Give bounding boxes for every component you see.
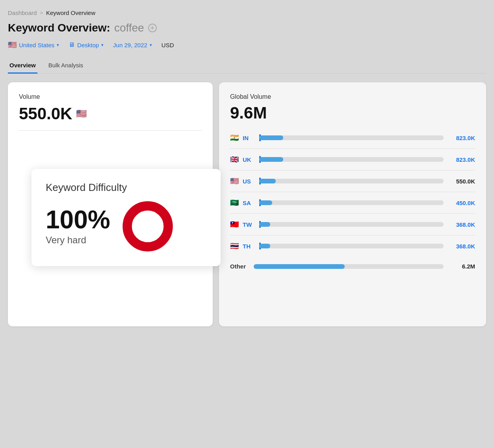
country-flag-icon: 🇺🇸 — [230, 177, 239, 185]
country-code[interactable]: IN — [243, 135, 255, 141]
country-filter[interactable]: 🇺🇸 United States ▾ — [8, 41, 59, 49]
volume-flag: 🇺🇸 — [76, 109, 87, 119]
country-chevron-icon: ▾ — [57, 43, 59, 48]
page-title-keyword: coffee — [114, 22, 144, 34]
tabs-container: Overview Bulk Analysis — [8, 58, 486, 74]
device-monitor-icon: 🖥 — [69, 41, 75, 48]
country-bar — [259, 135, 444, 140]
tab-overview[interactable]: Overview — [8, 58, 37, 74]
kd-popup: Keyword Difficulty 100% Very hard — [32, 169, 221, 266]
country-flag: 🇺🇸 — [8, 41, 17, 49]
bar-fill — [259, 157, 283, 162]
tab-bulk-analysis[interactable]: Bulk Analysis — [47, 58, 85, 74]
bar-fill — [259, 179, 276, 183]
bar-fill — [259, 200, 272, 205]
breadcrumb-separator: > — [40, 10, 43, 16]
country-rows: 🇮🇳 IN 823.0K 🇬🇧 UK 823.0K 🇺🇸 US 550.0K — [230, 133, 475, 257]
kd-value-block: 100% Very hard — [46, 207, 110, 246]
other-label: Other — [230, 263, 250, 270]
volume-number: 550.0K — [19, 104, 72, 123]
country-code[interactable]: UK — [243, 156, 255, 163]
country-volume: 823.0K — [448, 135, 475, 141]
global-volume-card: Global Volume 9.6M 🇮🇳 IN 823.0K 🇬🇧 UK 82… — [219, 82, 486, 326]
country-bar — [259, 200, 444, 205]
other-bar — [254, 264, 444, 269]
country-volume: 450.0K — [448, 200, 475, 206]
breadcrumb-current: Keyword Overview — [46, 9, 95, 16]
global-label: Global Volume — [230, 93, 475, 100]
kd-content: 100% Very hard — [46, 201, 206, 252]
country-flag-icon: 🇮🇳 — [230, 133, 239, 142]
date-label: Jun 29, 2022 — [113, 42, 147, 48]
add-keyword-button[interactable]: + — [148, 24, 157, 32]
volume-card: Volume 550.0K 🇺🇸 Keyword Difficulty 100%… — [8, 82, 213, 326]
device-label: Desktop — [77, 42, 99, 48]
device-filter[interactable]: 🖥 Desktop ▾ — [69, 41, 104, 48]
country-flag-icon: 🇸🇦 — [230, 198, 239, 207]
currency-display: USD — [162, 42, 174, 48]
country-volume: 368.0K — [448, 221, 475, 228]
country-label: United States — [19, 42, 54, 48]
breadcrumb-parent[interactable]: Dashboard — [8, 9, 37, 16]
country-flag-icon: 🇬🇧 — [230, 155, 239, 164]
kd-sublabel: Very hard — [46, 235, 110, 246]
country-code[interactable]: US — [243, 178, 255, 185]
country-bar — [259, 157, 444, 162]
volume-value: 550.0K 🇺🇸 — [19, 104, 202, 123]
country-bar — [259, 244, 444, 248]
bar-fill — [259, 222, 270, 227]
device-chevron-icon: ▾ — [101, 43, 104, 48]
country-bar — [259, 222, 444, 227]
country-volume: 368.0K — [448, 243, 475, 250]
country-row: 🇮🇳 IN 823.0K — [230, 133, 475, 149]
filter-bar: 🇺🇸 United States ▾ 🖥 Desktop ▾ Jun 29, 2… — [8, 41, 486, 49]
date-chevron-icon: ▾ — [150, 43, 152, 48]
country-code[interactable]: TH — [243, 243, 255, 250]
kd-label: Keyword Difficulty — [46, 181, 206, 194]
kd-donut-chart — [122, 201, 173, 252]
bar-fill — [259, 135, 283, 140]
bar-fill — [259, 244, 270, 248]
page-title-prefix: Keyword Overview: — [8, 22, 110, 34]
country-row: 🇹🇼 TW 368.0K — [230, 220, 475, 235]
country-code[interactable]: SA — [243, 200, 255, 206]
other-bar-fill — [254, 264, 345, 269]
country-volume: 550.0K — [448, 178, 475, 185]
volume-divider — [19, 130, 202, 131]
kd-percent: 100% — [46, 207, 110, 232]
date-filter[interactable]: Jun 29, 2022 ▾ — [113, 42, 152, 48]
country-row: 🇬🇧 UK 823.0K — [230, 155, 475, 170]
country-bar — [259, 179, 444, 183]
country-row: 🇺🇸 US 550.0K — [230, 177, 475, 192]
country-flag-icon: 🇹🇼 — [230, 220, 239, 229]
country-code[interactable]: TW — [243, 221, 255, 228]
breadcrumb: Dashboard > Keyword Overview — [8, 9, 486, 16]
country-flag-icon: 🇹🇭 — [230, 242, 239, 250]
global-value: 9.6M — [230, 104, 475, 122]
cards-row: Volume 550.0K 🇺🇸 Keyword Difficulty 100%… — [8, 82, 486, 326]
other-row: Other 6.2M — [230, 263, 475, 276]
svg-point-2 — [133, 212, 162, 241]
country-volume: 823.0K — [448, 156, 475, 163]
country-row: 🇹🇭 TH 368.0K — [230, 242, 475, 257]
page-title: Keyword Overview: coffee + — [8, 22, 486, 34]
country-row: 🇸🇦 SA 450.0K — [230, 198, 475, 214]
other-volume: 6.2M — [448, 263, 475, 270]
volume-label: Volume — [19, 93, 202, 100]
